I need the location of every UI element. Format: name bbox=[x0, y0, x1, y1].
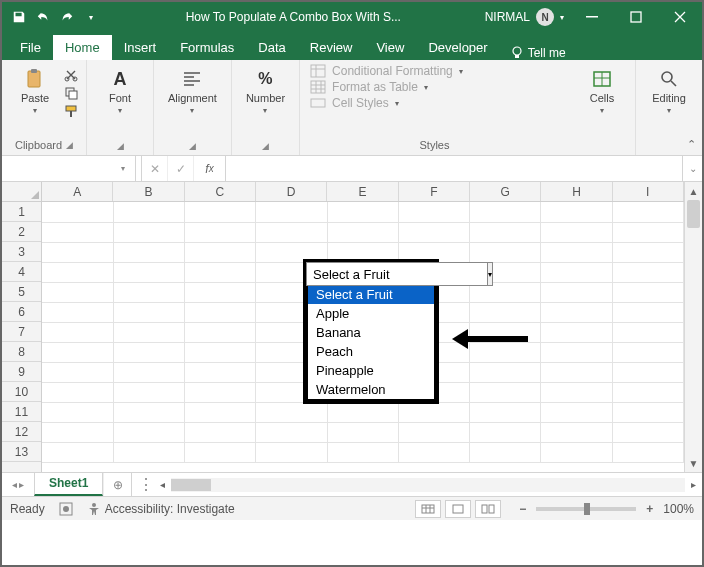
cell[interactable] bbox=[113, 402, 184, 422]
zoom-slider[interactable] bbox=[536, 507, 636, 511]
scroll-up-icon[interactable]: ▲ bbox=[685, 182, 702, 200]
cell[interactable] bbox=[612, 402, 683, 422]
combo-input[interactable] bbox=[306, 262, 488, 286]
column-header[interactable]: G bbox=[470, 182, 541, 201]
cell[interactable] bbox=[185, 282, 256, 302]
expand-formula-bar-icon[interactable]: ⌄ bbox=[682, 156, 702, 181]
cell[interactable] bbox=[113, 342, 184, 362]
row-header[interactable]: 5 bbox=[2, 282, 41, 302]
row-header[interactable]: 4 bbox=[2, 262, 41, 282]
cell[interactable] bbox=[185, 362, 256, 382]
cell[interactable] bbox=[612, 362, 683, 382]
tab-view[interactable]: View bbox=[364, 35, 416, 60]
combo-option[interactable]: Watermelon bbox=[308, 380, 434, 399]
cell[interactable] bbox=[612, 242, 683, 262]
cell[interactable] bbox=[42, 322, 113, 342]
cell[interactable] bbox=[113, 422, 184, 442]
cell[interactable] bbox=[42, 362, 113, 382]
cell[interactable] bbox=[42, 342, 113, 362]
cell[interactable] bbox=[185, 422, 256, 442]
cell[interactable] bbox=[113, 282, 184, 302]
tab-data[interactable]: Data bbox=[246, 35, 297, 60]
combo-dropdown-button[interactable]: ▾ bbox=[488, 262, 493, 286]
accessibility-status[interactable]: Accessibility: Investigate bbox=[87, 502, 235, 516]
cell[interactable] bbox=[398, 202, 469, 222]
row-header[interactable]: 12 bbox=[2, 422, 41, 442]
column-header[interactable]: D bbox=[256, 182, 327, 201]
cell[interactable] bbox=[185, 382, 256, 402]
row-header[interactable]: 2 bbox=[2, 222, 41, 242]
cell[interactable] bbox=[541, 202, 612, 222]
cell[interactable] bbox=[470, 222, 541, 242]
qat-customize-icon[interactable]: ▾ bbox=[82, 8, 100, 26]
row-header[interactable]: 3 bbox=[2, 242, 41, 262]
sheet-next-icon[interactable]: ▸ bbox=[19, 479, 24, 490]
cell[interactable] bbox=[612, 282, 683, 302]
chevron-down-icon[interactable]: ▾ bbox=[117, 164, 129, 173]
cell[interactable] bbox=[185, 322, 256, 342]
cell[interactable] bbox=[185, 202, 256, 222]
cell[interactable] bbox=[470, 402, 541, 422]
cell[interactable] bbox=[113, 322, 184, 342]
tab-insert[interactable]: Insert bbox=[112, 35, 169, 60]
cell[interactable] bbox=[398, 422, 469, 442]
cell[interactable] bbox=[612, 342, 683, 362]
conditional-formatting-button[interactable]: Conditional Formatting▾ bbox=[310, 64, 559, 78]
row-header[interactable]: 10 bbox=[2, 382, 41, 402]
cell[interactable] bbox=[42, 202, 113, 222]
cell[interactable] bbox=[113, 302, 184, 322]
cell[interactable] bbox=[42, 282, 113, 302]
scroll-left-icon[interactable]: ◂ bbox=[160, 479, 165, 490]
cell[interactable] bbox=[541, 422, 612, 442]
column-header[interactable]: F bbox=[399, 182, 470, 201]
cell-styles-button[interactable]: Cell Styles▾ bbox=[310, 96, 559, 110]
collapse-ribbon-icon[interactable]: ⌃ bbox=[687, 138, 696, 151]
editing-button[interactable]: Editing ▾ bbox=[644, 64, 694, 119]
scroll-thumb[interactable] bbox=[171, 479, 211, 491]
combo-box[interactable]: ▾ Select a FruitAppleBananaPeachPineappl… bbox=[303, 259, 439, 404]
cell[interactable] bbox=[185, 222, 256, 242]
cell[interactable] bbox=[612, 382, 683, 402]
number-button[interactable]: % Number ▾ bbox=[240, 64, 291, 119]
cell[interactable] bbox=[327, 422, 398, 442]
user-area[interactable]: NIRMAL N ▾ bbox=[479, 8, 570, 26]
cell[interactable] bbox=[256, 402, 327, 422]
row-header[interactable]: 1 bbox=[2, 202, 41, 222]
combo-option[interactable]: Apple bbox=[308, 304, 434, 323]
cell[interactable] bbox=[327, 402, 398, 422]
cell[interactable] bbox=[327, 442, 398, 462]
sheet-prev-icon[interactable]: ◂ bbox=[12, 479, 17, 490]
undo-icon[interactable] bbox=[34, 8, 52, 26]
cell[interactable] bbox=[42, 402, 113, 422]
cell[interactable] bbox=[113, 362, 184, 382]
cell[interactable] bbox=[256, 202, 327, 222]
cell[interactable] bbox=[256, 442, 327, 462]
page-break-view-button[interactable] bbox=[475, 500, 501, 518]
combo-option[interactable]: Select a Fruit bbox=[308, 285, 434, 304]
user-avatar[interactable]: N bbox=[536, 8, 554, 26]
tab-file[interactable]: File bbox=[8, 35, 53, 60]
cell[interactable] bbox=[470, 202, 541, 222]
cell[interactable] bbox=[113, 382, 184, 402]
font-button[interactable]: A Font ▾ bbox=[95, 64, 145, 119]
cell[interactable] bbox=[541, 342, 612, 362]
row-header[interactable]: 8 bbox=[2, 342, 41, 362]
cell[interactable] bbox=[113, 262, 184, 282]
cell[interactable] bbox=[42, 422, 113, 442]
dialog-launcher-icon[interactable]: ◢ bbox=[66, 140, 73, 150]
cell[interactable] bbox=[541, 222, 612, 242]
cut-icon[interactable] bbox=[64, 68, 78, 82]
scroll-thumb[interactable] bbox=[687, 200, 700, 228]
cell[interactable] bbox=[541, 262, 612, 282]
normal-view-button[interactable] bbox=[415, 500, 441, 518]
cell[interactable] bbox=[612, 422, 683, 442]
scroll-right-icon[interactable]: ▸ bbox=[691, 479, 696, 490]
row-header[interactable]: 13 bbox=[2, 442, 41, 462]
maximize-button[interactable] bbox=[614, 2, 658, 32]
column-header[interactable]: B bbox=[113, 182, 184, 201]
name-box-input[interactable] bbox=[8, 162, 117, 176]
cell[interactable] bbox=[398, 222, 469, 242]
cell[interactable] bbox=[42, 442, 113, 462]
cell[interactable] bbox=[541, 362, 612, 382]
macro-record-icon[interactable] bbox=[59, 502, 73, 516]
